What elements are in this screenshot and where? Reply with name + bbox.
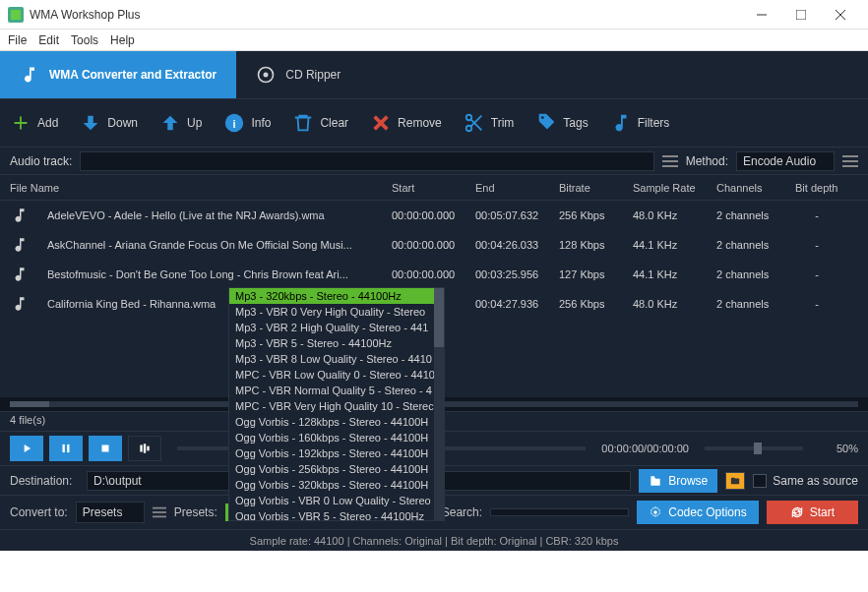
col-end[interactable]: End xyxy=(467,182,551,194)
trash-icon xyxy=(292,112,314,134)
dropdown-item[interactable]: Mp3 - VBR 0 Very High Quality - Stereo xyxy=(229,304,444,320)
status-bar: Sample rate: 44100 | Channels: Original … xyxy=(0,529,868,551)
trim-button[interactable]: Trim xyxy=(464,112,515,134)
filters-button[interactable]: Filters xyxy=(610,112,670,134)
app-logo-icon xyxy=(8,7,24,23)
cell-bitrate: 128 Kbps xyxy=(551,239,625,251)
dropdown-item[interactable]: MPC - VBR Very High Quality 10 - Sterec xyxy=(229,398,444,414)
cell-end: 00:04:26.033 xyxy=(467,239,551,251)
dropdown-scrollbar[interactable] xyxy=(434,288,444,520)
dropdown-item[interactable]: Ogg Vorbis - VBR 5 - Stereo - 44100Hz xyxy=(229,508,444,521)
dropdown-item[interactable]: Ogg Vorbis - 256kbps - Stereo - 44100H xyxy=(229,461,444,477)
cell-sample: 44.1 KHz xyxy=(625,268,709,280)
tags-button[interactable]: Tags xyxy=(535,112,588,134)
tab-ripper[interactable]: CD Ripper xyxy=(236,51,360,98)
dropdown-item[interactable]: Ogg Vorbis - 192kbps - Stereo - 44100H xyxy=(229,445,444,461)
play-button[interactable] xyxy=(10,436,43,461)
minimize-button[interactable] xyxy=(742,1,781,29)
col-start[interactable]: Start xyxy=(384,182,467,194)
maximize-button[interactable] xyxy=(781,1,821,29)
stop-button[interactable] xyxy=(89,436,122,461)
cell-end: 00:04:27.936 xyxy=(467,298,551,310)
col-filename[interactable]: File Name xyxy=(0,182,384,194)
dropdown-item[interactable]: Ogg Vorbis - 128kbps - Stereo - 44100H xyxy=(229,414,444,430)
svg-rect-23 xyxy=(63,444,65,452)
volume-thumb[interactable] xyxy=(754,443,762,454)
method-label: Method: xyxy=(686,154,728,168)
cell-channels: 2 channels xyxy=(709,298,787,310)
svg-text:i: i xyxy=(233,118,236,130)
menu-help[interactable]: Help xyxy=(110,33,135,47)
menu-tools[interactable]: Tools xyxy=(71,33,98,47)
search-field[interactable] xyxy=(490,508,629,516)
playback-time: 00:00:00/00:00:00 xyxy=(601,443,689,454)
svg-rect-25 xyxy=(102,445,109,452)
table-row[interactable]: AskChannel - Ariana Grande Focus On Me O… xyxy=(0,230,868,260)
list-icon[interactable] xyxy=(153,505,166,519)
convert-to-label: Convert to: xyxy=(10,505,68,519)
close-button[interactable] xyxy=(821,1,860,29)
info-button[interactable]: iInfo xyxy=(223,112,271,134)
dropdown-item[interactable]: MPC - VBR Normal Quality 5 - Stereo - 4 xyxy=(229,383,444,398)
list-icon[interactable] xyxy=(842,153,858,169)
volume-percent: 50% xyxy=(819,443,858,454)
dropdown-scroll-thumb[interactable] xyxy=(434,288,444,347)
list-icon[interactable] xyxy=(662,153,678,169)
audio-track-field[interactable] xyxy=(80,151,653,171)
scissors-icon xyxy=(464,112,485,134)
menu-edit[interactable]: Edit xyxy=(38,33,59,47)
table-row[interactable]: Bestofmusic - Don't Be Gone Too Long - C… xyxy=(0,260,868,289)
tab-converter[interactable]: WMA Converter and Extractor xyxy=(0,51,236,98)
svg-rect-30 xyxy=(153,511,166,513)
dropdown-item[interactable]: MPC - VBR Low Quality 0 - Stereo - 4410 xyxy=(229,367,444,383)
dropdown-item[interactable]: Ogg Vorbis - VBR 0 Low Quality - Stereo xyxy=(229,493,444,508)
svg-rect-1 xyxy=(11,10,21,20)
dropdown-item[interactable]: Ogg Vorbis - 320kbps - Stereo - 44100H xyxy=(229,477,444,493)
svg-rect-18 xyxy=(662,160,678,162)
convert-to-select[interactable]: Presets xyxy=(76,502,145,523)
down-button[interactable]: Down xyxy=(80,112,138,134)
filter-icon xyxy=(610,112,632,134)
cell-name: AdeleVEVO - Adele - Hello (Live at the N… xyxy=(39,209,384,221)
dropdown-item[interactable]: Mp3 - VBR 8 Low Quality - Stereo - 4410 xyxy=(229,351,444,367)
browse-button[interactable]: Browse xyxy=(639,469,717,493)
pause-button[interactable] xyxy=(49,436,83,461)
cell-start: 00:00:00.000 xyxy=(384,209,467,221)
volume-slider[interactable] xyxy=(705,446,803,450)
volume-button[interactable] xyxy=(128,436,161,461)
clear-button[interactable]: Clear xyxy=(292,112,348,134)
hscroll-thumb[interactable] xyxy=(10,401,49,407)
up-button[interactable]: Up xyxy=(159,112,202,134)
col-sample[interactable]: Sample Rate xyxy=(625,182,709,194)
table-row[interactable]: AdeleVEVO - Adele - Hello (Live at the N… xyxy=(0,201,868,230)
cell-end: 00:03:25.956 xyxy=(467,268,551,280)
cell-channels: 2 channels xyxy=(709,209,787,221)
dropdown-item[interactable]: Ogg Vorbis - 160kbps - Stereo - 44100H xyxy=(229,430,444,445)
cell-depth: - xyxy=(787,209,846,221)
col-bitrate[interactable]: Bitrate xyxy=(551,182,625,194)
svg-rect-3 xyxy=(796,10,806,20)
svg-point-7 xyxy=(265,73,268,76)
menu-file[interactable]: File xyxy=(8,33,27,47)
app-title: WMA Workshop Plus xyxy=(30,8,742,22)
codec-options-button[interactable]: Codec Options xyxy=(637,501,758,524)
col-depth[interactable]: Bit depth xyxy=(787,182,846,194)
destination-label: Destination: xyxy=(10,474,79,488)
info-icon: i xyxy=(223,112,245,134)
dropdown-item[interactable]: Mp3 - VBR 5 - Stereo - 44100Hz xyxy=(229,335,444,351)
svg-rect-17 xyxy=(662,155,678,157)
col-channels[interactable]: Channels xyxy=(709,182,787,194)
preset-dropdown-popup[interactable]: Mp3 - 320kbps - Stereo - 44100Hz Mp3 - V… xyxy=(228,287,445,521)
dropdown-selected[interactable]: Mp3 - 320kbps - Stereo - 44100Hz xyxy=(229,288,444,304)
open-folder-button[interactable] xyxy=(725,472,745,490)
cell-depth: - xyxy=(787,298,846,310)
dropdown-item[interactable]: Mp3 - VBR 2 High Quality - Stereo - 441 xyxy=(229,320,444,335)
same-as-source-checkbox[interactable]: Same as source xyxy=(753,474,858,488)
arrow-down-icon xyxy=(80,112,101,134)
music-note-icon xyxy=(11,295,29,313)
start-button[interactable]: Start xyxy=(767,501,858,524)
method-value[interactable]: Encode Audio xyxy=(736,151,835,171)
x-icon xyxy=(370,112,392,134)
add-button[interactable]: Add xyxy=(10,112,58,134)
remove-button[interactable]: Remove xyxy=(370,112,442,134)
